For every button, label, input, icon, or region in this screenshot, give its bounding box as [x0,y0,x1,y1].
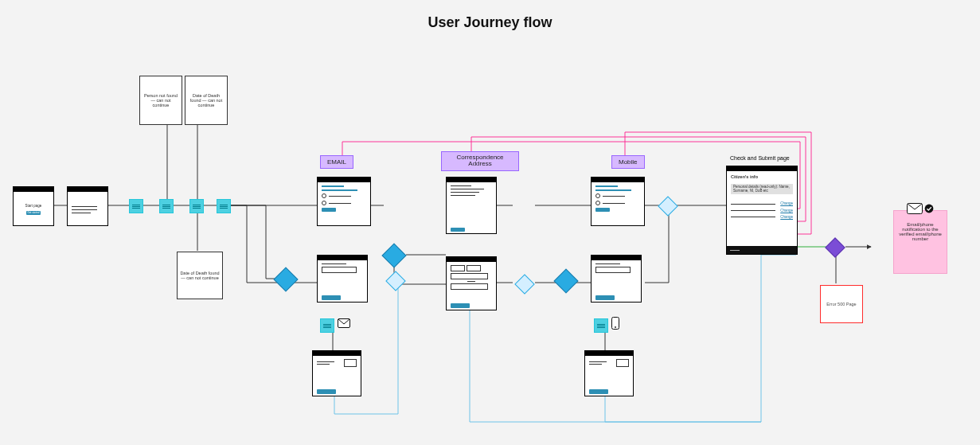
continue-button[interactable] [317,389,336,394]
diagram-title: User Journey flow [0,14,980,31]
state-chip-3 [189,199,204,213]
continue-button[interactable] [589,389,608,394]
address-field-3[interactable] [451,273,488,279]
address-field-4[interactable] [451,283,488,290]
screen-address-enter [446,256,497,310]
continue-button[interactable] [322,208,336,212]
state-chip-2 [159,199,174,213]
address-field-2[interactable] [467,265,481,271]
mail-icon [338,318,350,328]
continue-button[interactable] [322,295,341,300]
phone-icon [611,317,619,330]
message-text: Person not found — can not continue [143,93,179,107]
check-submit-subtitle: Citizen's info [731,174,793,180]
phone-input[interactable] [595,267,631,273]
screen-start-page: Start page Get started [13,186,54,226]
screen-mobile-select [591,177,645,226]
continue-button[interactable] [451,303,470,308]
screen-address-view [446,177,497,234]
change-link-email[interactable]: Change [780,201,793,205]
mail-icon [907,203,923,214]
continue-button[interactable] [595,208,610,212]
screen-mobile-enter [591,255,642,303]
error-text: Error 500 Page [826,302,856,306]
state-chip-email-verify [320,318,334,333]
check-submit-readonly-info: Personal details (read-only): Name, Surn… [731,184,793,195]
check-circle-icon [924,204,934,213]
state-chip-4 [217,199,231,213]
change-link-address[interactable]: Change [780,209,793,213]
message-dod-found-bottom: Date of Death found — can not continue [177,252,223,299]
start-page-label: Start page [25,204,42,208]
svg-point-4 [925,205,934,213]
start-cta-button[interactable]: Get started [26,211,41,215]
screen-error-500: Error 500 Page [820,285,863,323]
note-text: Email/phone notification to the verified… [899,222,942,241]
note-notification: Email/phone notification to the verified… [893,210,947,274]
check-submit-title: Check and Submit page [730,155,790,161]
screen-mobile-confirm [584,350,634,396]
message-person-not-found: Person not found — can not continue [139,76,182,125]
svg-point-2 [615,326,616,328]
message-text: Date of Death found — can not continue [188,93,225,107]
screen-menu-list [67,186,108,226]
section-tag-mobile: Mobile [611,155,645,169]
screen-email-enter [317,255,368,303]
message-text: Date of Death found — can not continue [180,271,220,280]
state-chip-1 [129,199,143,213]
section-tag-email: EMAIL [320,155,353,169]
email-input[interactable] [322,267,357,273]
section-tag-address: Correspondence Address [441,151,519,171]
state-chip-mobile-verify [594,318,608,333]
address-field-1[interactable] [451,265,465,271]
screen-email-confirm [312,350,361,396]
message-dod-found-top: Date of Death found — can not continue [185,76,228,125]
change-link-mobile[interactable]: Change [780,215,793,219]
screen-email-select [317,177,371,226]
screen-check-and-submit: Citizen's info Personal details (read-on… [726,166,798,255]
continue-button[interactable] [595,295,615,300]
code-input[interactable] [616,359,629,367]
code-input[interactable] [344,359,357,367]
continue-button[interactable] [451,228,465,232]
